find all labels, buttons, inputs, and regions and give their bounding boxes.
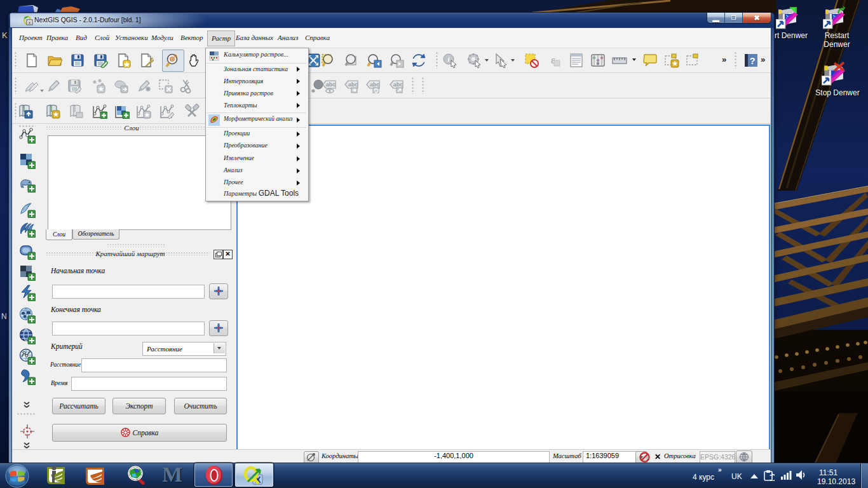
- svg-text:abc: abc: [370, 81, 380, 88]
- svg-text:K: K: [2, 30, 8, 40]
- svg-text:x: x: [29, 20, 31, 25]
- svg-text:?: ?: [749, 55, 755, 66]
- svg-text:abc: abc: [348, 81, 358, 88]
- svg-text:abc: abc: [393, 81, 403, 88]
- svg-text:abc: abc: [326, 81, 336, 88]
- svg-text:N: N: [1, 312, 7, 321]
